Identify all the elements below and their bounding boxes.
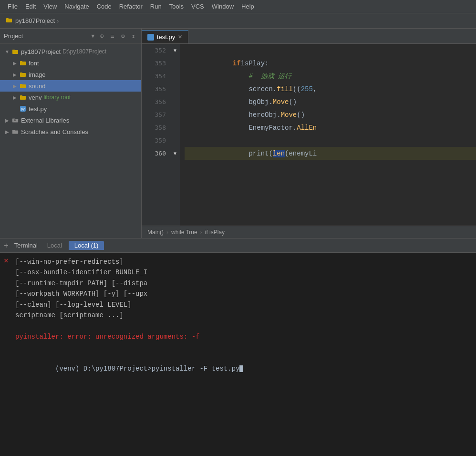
tree-item-font[interactable]: font xyxy=(0,57,141,69)
code-content[interactable]: if isPlay: # 游戏 运行 screen.fill((255, xyxy=(180,44,476,226)
bottom-section: + Terminal Local Local (1) ✕ [--win-no-p… xyxy=(0,238,476,456)
terminal-line-blank2 xyxy=(15,342,470,352)
code-line-355: screen.fill((255, xyxy=(185,83,476,95)
svg-rect-1 xyxy=(6,18,9,20)
project-dropdown-arrow[interactable]: ▼ xyxy=(91,33,94,39)
terminal-line-2: [--osx-bundle-identifier BUNDLE_I xyxy=(15,267,470,278)
sync-icon[interactable]: ⊕ xyxy=(98,32,106,40)
menu-edit[interactable]: Edit xyxy=(21,2,40,11)
code-fill-args: (( xyxy=(293,85,301,93)
code-screen: screen. xyxy=(248,85,277,93)
gutter-352 xyxy=(170,57,180,70)
code-line-359 xyxy=(185,134,476,147)
tree-item-root[interactable]: py1807Project D:\py1807Project xyxy=(0,46,141,57)
terminal-header: + Terminal Local Local (1) xyxy=(0,238,476,253)
code-line-358: EnemyFactor.AllEn xyxy=(185,121,476,134)
svg-rect-3 xyxy=(12,50,15,51)
tab-testpy[interactable]: test.py ✕ xyxy=(142,30,188,43)
terminal-cmd-text: (venv) D:\py1807Project>pyinstaller -F t… xyxy=(55,365,239,373)
collapse-icon[interactable]: ≡ xyxy=(109,32,116,40)
tree-item-scratches[interactable]: Scratches and Consoles xyxy=(0,126,141,137)
terminal-line-5: [--clean] [--log-level LEVEL] xyxy=(15,300,470,310)
tab-label: test.py xyxy=(157,33,175,41)
menu-code[interactable]: Code xyxy=(93,2,115,11)
svg-rect-16 xyxy=(14,119,16,121)
tree-item-extlibs[interactable]: External Libraries xyxy=(0,114,141,126)
tree-label-extlibs: External Libraries xyxy=(21,117,69,124)
folder-icon-sound xyxy=(19,83,27,89)
menu-help[interactable]: Help xyxy=(238,2,258,11)
tree-arrow-sound xyxy=(11,83,18,89)
menu-vcs[interactable]: VCS xyxy=(187,2,208,11)
gutter-fold-360[interactable] xyxy=(170,147,180,160)
menu-run[interactable]: Run xyxy=(146,2,166,11)
kw-if: if xyxy=(233,60,241,67)
breadcrumb-if[interactable]: if isPlay xyxy=(205,229,225,236)
code-255: 255 xyxy=(301,85,313,93)
svg-rect-11 xyxy=(20,95,22,97)
line-num-356: 356 xyxy=(142,95,170,108)
folder-icon-scratches xyxy=(11,128,19,135)
menu-window[interactable]: Window xyxy=(208,2,238,11)
line-num-354: 354 xyxy=(142,70,170,83)
gutter-353 xyxy=(170,70,180,83)
fn-len: len xyxy=(273,150,285,157)
title-bar: py1807Project › xyxy=(0,13,476,29)
terminal-cursor xyxy=(239,365,243,372)
editor-panel: test.py ✕ 352 353 354 355 356 357 358 35… xyxy=(142,29,476,238)
svg-rect-7 xyxy=(20,73,22,74)
code-editor[interactable]: 352 353 354 355 356 357 358 359 360 xyxy=(142,44,476,226)
project-header: Project ▼ ⊕ ≡ ⚙ ↕ xyxy=(0,29,141,44)
tab-close-button[interactable]: ✕ xyxy=(178,34,182,40)
tree-arrow-scratches xyxy=(4,128,10,135)
fn-move-bg: Move xyxy=(273,98,289,106)
breadcrumb-while[interactable]: while True xyxy=(171,229,197,236)
menu-tools[interactable]: Tools xyxy=(166,2,187,11)
code-line-352 xyxy=(185,44,476,57)
line-num-358: 358 xyxy=(142,121,170,134)
code-gutter xyxy=(170,44,180,226)
terminal-cmd-line: (venv) D:\py1807Project>pyinstaller -F t… xyxy=(15,353,470,385)
menu-file[interactable]: File xyxy=(4,2,21,11)
tree-item-sound[interactable]: sound xyxy=(0,80,141,92)
code-hero-parens: () xyxy=(297,111,305,119)
line-num-355: 355 xyxy=(142,83,170,95)
terminal-line-3: [--runtime-tmpdir PATH] [--distpa xyxy=(15,278,470,289)
terminal-tab-local1[interactable]: Local (1) xyxy=(69,241,104,250)
menu-view[interactable]: View xyxy=(40,2,61,11)
gutter-354 xyxy=(170,83,180,95)
fn-allen: AllEn xyxy=(297,124,317,132)
code-line-356: bgObj.Move() xyxy=(185,95,476,108)
project-icons: ⊕ ≡ ⚙ ↕ xyxy=(98,32,137,40)
svg-rect-9 xyxy=(20,84,22,85)
folder-icon-font xyxy=(19,60,27,66)
tree-item-venv[interactable]: venv library root xyxy=(0,92,141,103)
tree-arrow-root xyxy=(4,48,10,55)
tree-label-root: py1807Project xyxy=(21,48,61,55)
fn-move-hero: Move xyxy=(281,111,297,119)
terminal-title: Terminal xyxy=(14,242,38,249)
menu-refactor[interactable]: Refactor xyxy=(115,2,146,11)
expand-icon[interactable]: ↕ xyxy=(130,32,137,40)
breadcrumb-bar: Main() › while True › if isPlay xyxy=(142,226,476,238)
terminal-close-button[interactable]: ✕ xyxy=(4,257,9,264)
gutter-fold-352[interactable] xyxy=(170,44,180,57)
tree-item-testpy[interactable]: py test.py xyxy=(0,103,141,114)
terminal-add-button[interactable]: + xyxy=(4,241,9,250)
project-tree: py1807Project D:\py1807Project font xyxy=(0,44,141,139)
terminal-content[interactable]: ✕ [--win-no-prefer-redirects] [--osx-bun… xyxy=(0,253,476,456)
tree-arrow-font xyxy=(11,60,18,66)
menu-navigate[interactable]: Navigate xyxy=(61,2,93,11)
breadcrumb-main[interactable]: Main() xyxy=(147,229,164,236)
code-line-357: heroObj.Move() xyxy=(185,108,476,121)
terminal-tabs: Local Local (1) xyxy=(41,241,104,250)
menu-bar: File Edit View Navigate Code Refactor Ru… xyxy=(0,0,476,13)
tree-item-image[interactable]: image xyxy=(0,69,141,80)
main-container: Project ▼ ⊕ ≡ ⚙ ↕ xyxy=(0,29,476,456)
tree-arrow-venv xyxy=(11,94,18,101)
code-move-parens: () xyxy=(289,98,297,106)
line-num-360: 360 xyxy=(142,147,170,160)
terminal-tab-local[interactable]: Local xyxy=(41,241,68,250)
project-folder-icon xyxy=(6,16,12,25)
settings-icon[interactable]: ⚙ xyxy=(119,32,127,40)
